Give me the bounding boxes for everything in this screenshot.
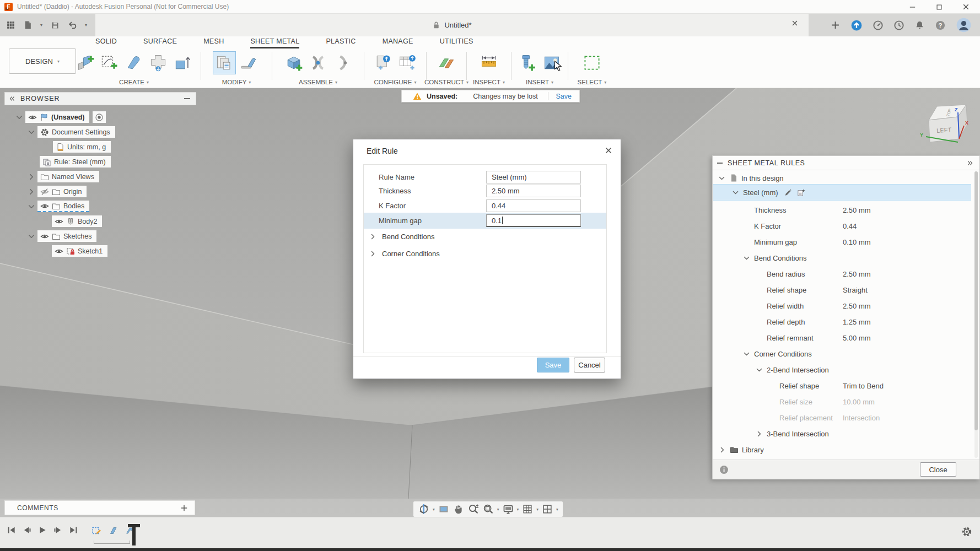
history-clock-icon[interactable] xyxy=(894,20,904,30)
rules-row-relief-remnant[interactable]: Relief remnant5.00 mm xyxy=(713,331,972,345)
new-component-icon[interactable] xyxy=(282,51,305,74)
info-icon[interactable] xyxy=(719,465,729,474)
close-panel-button[interactable]: Close xyxy=(920,462,956,477)
browser-row-bodies[interactable]: Bodies xyxy=(28,199,89,214)
chevron-down-icon[interactable] xyxy=(28,128,35,136)
new-flange-icon[interactable] xyxy=(74,51,97,74)
browser-row-sketch1[interactable]: Sketch1 xyxy=(52,244,107,258)
chevron-down-icon[interactable] xyxy=(756,366,763,374)
timeline-marker-stem[interactable] xyxy=(132,524,136,545)
save-link[interactable]: Save xyxy=(556,93,572,100)
minimize-panel-icon[interactable] xyxy=(184,98,190,99)
chevron-down-icon[interactable]: ▾ xyxy=(39,23,44,28)
insert-fastener-icon[interactable] xyxy=(516,51,539,74)
rules-row-thickness[interactable]: Thickness2.50 mm xyxy=(713,203,972,217)
insert-menu[interactable]: INSERT▾ xyxy=(526,79,553,85)
create-sketch-icon[interactable] xyxy=(98,51,121,74)
visibility-eye-icon[interactable] xyxy=(40,232,49,241)
chevron-down-icon[interactable] xyxy=(743,350,750,358)
tab-sheet-metal[interactable]: SHEET METAL xyxy=(250,37,299,48)
minimize-panel-icon[interactable] xyxy=(717,163,723,164)
document-tab[interactable]: Untitled* xyxy=(95,14,809,36)
visibility-eye-icon[interactable] xyxy=(40,202,49,210)
chevron-down-icon[interactable] xyxy=(743,255,750,262)
rules-row-3-bend-intersection[interactable]: 3-Bend Intersection xyxy=(713,426,972,441)
construct-menu[interactable]: CONSTRUCT▾ xyxy=(424,79,469,85)
rules-row-bend-conditions[interactable]: Bend Conditions xyxy=(713,251,972,265)
chevron-right-icon[interactable] xyxy=(369,250,376,257)
browser-row-sketches[interactable]: Sketches xyxy=(28,229,96,244)
new-tab-plus-icon[interactable] xyxy=(831,20,840,30)
measure-icon[interactable] xyxy=(477,51,500,74)
copy-rule-icon[interactable] xyxy=(797,188,805,197)
add-comment-plus-icon[interactable] xyxy=(180,504,188,512)
unfold-icon[interactable] xyxy=(237,51,260,74)
rules-row-relief-shape[interactable]: Relief shapeStraight xyxy=(713,283,972,297)
chevron-down-icon[interactable] xyxy=(718,175,725,182)
chevron-right-icon[interactable] xyxy=(28,188,35,196)
tab-mesh[interactable]: MESH xyxy=(203,37,224,48)
browser-row-root[interactable]: (Unsaved) xyxy=(15,110,106,125)
rules-row-relief-width[interactable]: Relief width2.50 mm xyxy=(713,299,972,313)
edit-pencil-icon[interactable] xyxy=(784,188,792,197)
rules-row-relief-shape-2bend[interactable]: Relief shapeTrim to Bend xyxy=(713,379,972,393)
window-minimize-button[interactable] xyxy=(908,3,917,11)
step-back-icon[interactable] xyxy=(22,525,32,535)
close-tab-icon[interactable] xyxy=(791,19,799,27)
joint-icon[interactable] xyxy=(306,51,330,74)
chevron-down-icon[interactable]: ▾ xyxy=(433,507,435,512)
bend-conditions-section[interactable]: Bend Conditions xyxy=(364,230,606,244)
file-menu-icon[interactable] xyxy=(21,18,34,33)
configuration-table-icon[interactable] xyxy=(396,51,419,74)
chevron-down-icon[interactable] xyxy=(28,233,35,240)
as-built-joint-icon[interactable] xyxy=(331,51,354,74)
rules-row-relief-depth[interactable]: Relief depth1.25 mm xyxy=(713,315,972,329)
rules-row-k-factor[interactable]: K Factor0.44 xyxy=(713,219,972,233)
thicken-icon[interactable] xyxy=(171,51,194,74)
tab-surface[interactable]: SURFACE xyxy=(143,37,177,48)
help-icon[interactable] xyxy=(935,20,945,30)
undo-icon[interactable] xyxy=(66,18,78,33)
select-window-icon[interactable] xyxy=(580,51,604,74)
chevron-right-icon[interactable] xyxy=(719,446,726,453)
rules-row-bend-radius[interactable]: Bend radius2.50 mm xyxy=(713,267,972,281)
viewports-icon[interactable] xyxy=(541,503,553,515)
configure-menu[interactable]: CONFIGURE▾ xyxy=(374,79,416,85)
visibility-eye-icon[interactable] xyxy=(28,113,37,122)
collapse-panel-icon[interactable] xyxy=(8,95,16,102)
go-to-end-icon[interactable] xyxy=(68,525,78,535)
inspect-menu[interactable]: INSPECT▾ xyxy=(473,79,505,85)
rules-row-steel[interactable]: Steel (mm) xyxy=(713,185,972,199)
browser-row-document-settings[interactable]: Document Settings xyxy=(28,125,115,139)
chevron-down-icon[interactable] xyxy=(732,189,739,196)
insert-canvas-icon[interactable] xyxy=(540,51,563,74)
thickness-input[interactable]: 2.50 mm xyxy=(486,185,581,197)
minimum-gap-input[interactable]: 0.1 xyxy=(486,214,581,227)
save-button[interactable]: Save xyxy=(537,358,569,372)
workspace-switcher[interactable]: DESIGN ▾ xyxy=(9,48,76,74)
view-cube[interactable]: LEFT TOP Z X Y xyxy=(914,98,980,149)
visibility-off-eye-icon[interactable] xyxy=(40,187,49,196)
browser-row-units[interactable]: Units: mm, g xyxy=(53,139,111,154)
cancel-button[interactable]: Cancel xyxy=(574,358,605,372)
flat-pattern-icon[interactable] xyxy=(147,51,170,74)
account-avatar[interactable] xyxy=(956,18,971,33)
expand-panel-icon[interactable] xyxy=(966,159,974,167)
notifications-bell-icon[interactable] xyxy=(915,20,924,30)
grid-snap-icon[interactable] xyxy=(521,503,534,515)
rules-row-library[interactable]: Library xyxy=(713,442,972,457)
pan-icon[interactable] xyxy=(453,503,465,515)
chevron-down-icon[interactable]: ▾ xyxy=(83,23,89,28)
chevron-down-icon[interactable] xyxy=(15,114,23,121)
k-factor-input[interactable]: 0.44 xyxy=(486,199,581,212)
flange-feature-icon[interactable] xyxy=(108,525,119,536)
chevron-right-icon[interactable] xyxy=(369,233,376,240)
chevron-down-icon[interactable]: ▾ xyxy=(517,507,519,512)
scrollbar[interactable] xyxy=(974,171,978,458)
rule-name-input[interactable]: Steel (mm) xyxy=(486,171,581,183)
sheet-metal-rules-icon[interactable] xyxy=(213,51,236,74)
chevron-down-icon[interactable]: ▾ xyxy=(497,507,499,512)
rules-row-corner-conditions[interactable]: Corner Conditions xyxy=(713,347,972,361)
tab-plastic[interactable]: PLASTIC xyxy=(326,37,356,48)
go-to-start-icon[interactable] xyxy=(7,525,17,535)
